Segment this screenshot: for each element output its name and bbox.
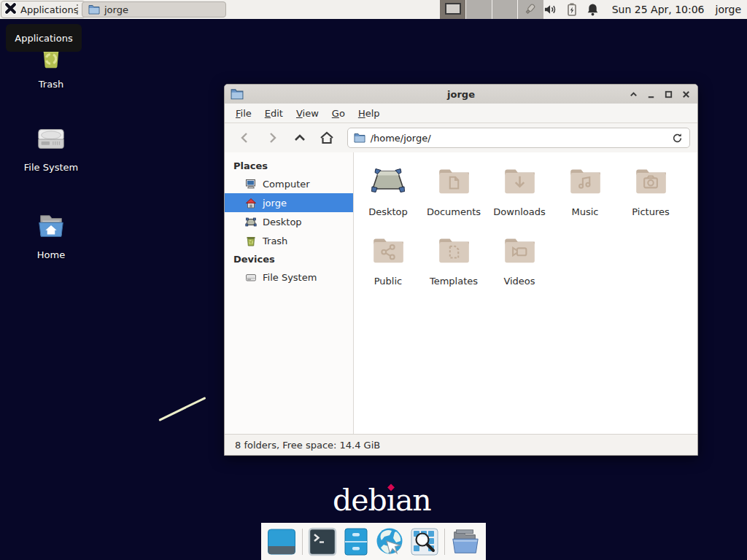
notifications-bell-icon[interactable] [587, 3, 600, 16]
file-label: Videos [487, 276, 552, 287]
pictures-folder-icon [618, 161, 684, 206]
dock-app-finder-icon[interactable] [410, 526, 439, 557]
menu-help[interactable]: Help [352, 105, 387, 122]
file-label: Downloads [487, 206, 552, 217]
sidebar-item-label: Trash [263, 236, 287, 246]
top-panel: Applications jorge [0, 0, 747, 19]
home-button[interactable] [314, 127, 339, 149]
dock-separator [302, 529, 303, 555]
sidebar-item-label: Computer [263, 179, 310, 190]
public-folder-icon [355, 230, 421, 276]
volume-icon[interactable] [544, 3, 557, 16]
path-text[interactable]: /home/jorge/ [371, 133, 665, 144]
file-label: Desktop [355, 206, 421, 217]
computer-icon [245, 179, 257, 190]
minimize-button[interactable] [646, 89, 657, 100]
close-button[interactable] [681, 89, 692, 100]
forward-button[interactable] [259, 127, 285, 149]
file-label: Music [552, 206, 618, 217]
debian-logo-text: an [395, 483, 431, 518]
desktop-icon [245, 217, 257, 228]
desktop-icon-label: Trash [18, 79, 84, 90]
path-folder-icon [354, 133, 365, 143]
hard-drive-icon [18, 122, 84, 156]
desktop-icon-label: Home [18, 249, 84, 260]
menu-go[interactable]: Go [325, 105, 352, 122]
dock-separator [444, 529, 445, 555]
sidebar-item-label: Desktop [263, 217, 302, 228]
path-bar[interactable]: /home/jorge/ [347, 128, 690, 148]
dock-terminal-icon[interactable] [308, 526, 337, 557]
up-button[interactable] [287, 127, 312, 149]
dock-file-cabinet-icon[interactable] [342, 526, 369, 557]
desktop-icon-file-system[interactable]: File System [18, 122, 84, 173]
folder-icon [88, 4, 100, 15]
devices-header: Devices [225, 250, 353, 268]
sidebar-item-label: jorge [263, 198, 287, 209]
window-folder-icon [231, 88, 244, 100]
file-item-pictures[interactable]: Pictures [618, 161, 684, 230]
sidebar-item-file-system[interactable]: File System [225, 268, 353, 287]
panel-clock[interactable]: Sun 25 Apr, 10:06 [612, 4, 705, 15]
file-item-documents[interactable]: Documents [421, 161, 487, 230]
documents-folder-icon [421, 161, 487, 206]
file-item-public[interactable]: Public [355, 230, 421, 300]
file-item-videos[interactable]: Videos [487, 230, 552, 300]
desktop-special-icon [355, 161, 421, 206]
sidebar-item-computer[interactable]: Computer [225, 174, 353, 193]
file-item-templates[interactable]: Templates [421, 230, 487, 300]
workspace-3[interactable] [492, 0, 519, 19]
dock-file-manager-icon[interactable] [450, 526, 481, 557]
sidebar-item-desktop[interactable]: Desktop [225, 212, 353, 231]
file-label: Pictures [618, 206, 684, 217]
status-text: 8 folders, Free space: 14.4 GiB [235, 440, 380, 451]
sidebar-item-jorge[interactable]: jorge [225, 193, 353, 212]
desktop-icon-label: File System [18, 162, 84, 173]
drive-small-icon [245, 272, 257, 283]
applications-tooltip: Applications [6, 24, 82, 52]
templates-folder-icon [421, 230, 487, 276]
dock [261, 523, 486, 560]
system-tray: Sun 25 Apr, 10:06 jorge [523, 0, 741, 19]
workspace-1[interactable] [440, 0, 466, 19]
file-manager-window: jorge File Edit View Go Help [224, 84, 698, 456]
videos-folder-icon [487, 230, 552, 276]
window-titlebar[interactable]: jorge [225, 85, 697, 104]
desktop-icon-home[interactable]: Home [18, 210, 84, 260]
file-label: Templates [421, 276, 487, 287]
menu-file[interactable]: File [229, 105, 258, 122]
file-label: Public [355, 276, 421, 287]
tasklist-handle[interactable] [77, 4, 78, 15]
applications-menu-button[interactable]: Applications [1, 1, 85, 18]
file-grid: Desktop Documents [354, 152, 697, 434]
menu-edit[interactable]: Edit [258, 105, 290, 122]
menu-view[interactable]: View [290, 105, 325, 122]
reload-icon[interactable] [670, 131, 684, 144]
downloads-folder-icon [487, 161, 552, 206]
xfce-applications-icon [4, 2, 17, 17]
menubar: File Edit View Go Help [225, 104, 697, 123]
window-body: Places Computer jorge [225, 152, 697, 434]
taskbar-window-button[interactable]: jorge [82, 1, 226, 18]
back-button[interactable] [232, 127, 258, 149]
places-header: Places [225, 157, 353, 174]
debian-logo-text: deb [333, 483, 387, 518]
sidebar-item-trash[interactable]: Trash [225, 231, 353, 250]
shade-button[interactable] [628, 89, 639, 100]
desktop: Applications jorge [0, 0, 747, 560]
file-item-downloads[interactable]: Downloads [487, 161, 552, 230]
dock-window-icon[interactable] [266, 526, 297, 557]
sidebar-item-label: File System [263, 272, 317, 283]
dock-web-browser-icon[interactable] [374, 526, 405, 557]
toolbar: /home/jorge/ [225, 123, 697, 152]
battery-icon[interactable] [565, 3, 578, 16]
maximize-button[interactable] [663, 89, 674, 100]
workspace-2[interactable] [466, 0, 492, 19]
taskbar-window-label: jorge [104, 4, 128, 15]
file-item-desktop[interactable]: Desktop [355, 161, 421, 230]
file-item-music[interactable]: Music [552, 161, 618, 230]
trash-small-icon [245, 236, 257, 246]
stylus-icon[interactable] [523, 3, 536, 16]
panel-user-label[interactable]: jorge [716, 4, 741, 15]
music-folder-icon [552, 161, 618, 206]
